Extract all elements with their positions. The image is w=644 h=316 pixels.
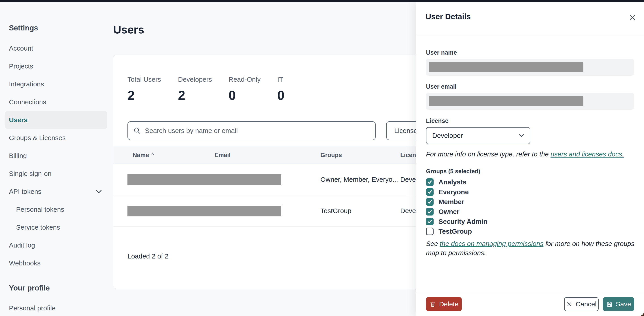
license-note: For more info on license type, refer to … bbox=[426, 150, 635, 159]
stat-developers-value: 2 bbox=[178, 88, 185, 103]
sidebar-item-account[interactable]: Account bbox=[0, 39, 113, 57]
stat-read-only-value: 0 bbox=[228, 88, 236, 103]
sidebar-item-personal-profile[interactable]: Personal profile bbox=[0, 299, 113, 316]
license-label: License bbox=[426, 118, 448, 124]
stat-read-only-label: Read-Only bbox=[228, 76, 260, 83]
license-select-value: Developer bbox=[432, 132, 463, 139]
sidebar-item-groups-licenses[interactable]: Groups & Licenses bbox=[0, 129, 113, 147]
group-checkbox-testgroup[interactable] bbox=[426, 228, 434, 235]
chevron-down-icon bbox=[95, 188, 103, 195]
delete-button[interactable]: Delete bbox=[426, 297, 462, 311]
redacted-user-name bbox=[429, 62, 584, 72]
search-input[interactable] bbox=[145, 127, 370, 135]
app-window: Settings Account Projects Integrations C… bbox=[0, 0, 644, 316]
search-box bbox=[128, 121, 376, 140]
check-icon bbox=[427, 209, 432, 214]
cancel-button[interactable]: Cancel bbox=[564, 297, 598, 311]
sidebar-item-integrations[interactable]: Integrations bbox=[0, 75, 113, 93]
user-email-input bbox=[426, 93, 634, 110]
table-header: Name^ Email Groups License bbox=[113, 146, 439, 164]
stat-it-label: IT bbox=[277, 76, 283, 83]
sidebar-header-your-profile: Your profile bbox=[9, 284, 105, 292]
trash-icon bbox=[429, 301, 436, 307]
sidebar-item-users[interactable]: Users bbox=[5, 111, 107, 129]
loaded-status: Loaded 2 of 2 bbox=[128, 252, 168, 260]
search-icon bbox=[133, 127, 141, 135]
group-row-everyone: Everyone bbox=[426, 187, 634, 197]
sidebar-item-billing[interactable]: Billing bbox=[0, 147, 113, 165]
stat-it-value: 0 bbox=[277, 88, 284, 103]
group-row-analysts: Analysts bbox=[426, 177, 634, 187]
cell-groups: TestGroup bbox=[320, 207, 351, 215]
group-checkbox-security-admin[interactable] bbox=[426, 218, 434, 225]
redacted-user-email bbox=[429, 96, 584, 106]
top-bar bbox=[0, 0, 644, 2]
sort-asc-icon: ^ bbox=[152, 152, 154, 158]
group-checkbox-member[interactable] bbox=[426, 198, 434, 206]
check-icon bbox=[427, 179, 432, 185]
stat-total-users-label: Total Users bbox=[128, 76, 161, 83]
user-email-label: User email bbox=[426, 83, 456, 90]
panel-footer: Delete Cancel Save bbox=[416, 292, 644, 316]
groups-label: Groups (5 selected) bbox=[426, 168, 480, 175]
sidebar-item-webhooks[interactable]: Webhooks bbox=[0, 254, 113, 272]
sidebar-item-connections[interactable]: Connections bbox=[0, 93, 113, 111]
group-checkbox-analysts[interactable] bbox=[426, 178, 434, 186]
check-icon bbox=[427, 219, 432, 224]
stat-developers-label: Developers bbox=[178, 76, 212, 83]
table-row[interactable]: TestGroup Developer bbox=[113, 195, 439, 227]
group-row-owner: Owner bbox=[426, 207, 634, 217]
redacted-name-email bbox=[128, 174, 281, 185]
table-row[interactable]: Owner, Member, Everyo… Developer bbox=[113, 164, 439, 195]
group-row-security-admin: Security Admin bbox=[426, 217, 634, 226]
column-header-email[interactable]: Email bbox=[214, 152, 230, 159]
save-button[interactable]: Save bbox=[603, 297, 634, 311]
users-licenses-docs-link[interactable]: users and licenses docs. bbox=[550, 150, 624, 158]
group-checkbox-owner[interactable] bbox=[426, 208, 434, 215]
chevron-down-icon bbox=[518, 132, 525, 139]
user-name-input bbox=[426, 59, 634, 76]
close-icon[interactable] bbox=[628, 13, 637, 22]
redacted-name-email bbox=[128, 206, 281, 216]
column-header-name[interactable]: Name^ bbox=[132, 152, 154, 159]
sidebar-item-projects[interactable]: Projects bbox=[0, 57, 113, 75]
check-icon bbox=[427, 189, 432, 195]
panel-title: User Details bbox=[426, 12, 471, 21]
sidebar-item-api-tokens[interactable]: API tokens bbox=[0, 183, 113, 200]
sidebar-item-single-sign-on[interactable]: Single sign-on bbox=[0, 165, 113, 183]
check-icon bbox=[427, 199, 432, 205]
group-checkbox-everyone[interactable] bbox=[426, 188, 434, 196]
save-disk-icon bbox=[606, 301, 613, 307]
sidebar-item-audit-log[interactable]: Audit log bbox=[0, 236, 113, 254]
page-title: Users bbox=[113, 23, 144, 36]
x-icon bbox=[566, 301, 572, 307]
sidebar-header-settings: Settings bbox=[9, 24, 105, 32]
permissions-note: See the docs on managing permissions for… bbox=[426, 239, 635, 257]
group-row-member: Member bbox=[426, 197, 634, 207]
sidebar-item-service-tokens[interactable]: Service tokens bbox=[0, 218, 113, 236]
managing-permissions-docs-link[interactable]: the docs on managing permissions bbox=[440, 240, 544, 247]
user-name-label: User name bbox=[426, 49, 457, 56]
license-select[interactable]: Developer bbox=[426, 127, 530, 144]
sidebar-item-personal-tokens[interactable]: Personal tokens bbox=[0, 200, 113, 218]
group-row-testgroup: TestGroup bbox=[426, 226, 634, 236]
cell-groups: Owner, Member, Everyo… bbox=[320, 176, 399, 183]
column-header-groups[interactable]: Groups bbox=[320, 152, 342, 159]
stat-total-users-value: 2 bbox=[128, 88, 134, 103]
user-details-panel: User Details User name User email Licens… bbox=[416, 2, 644, 316]
